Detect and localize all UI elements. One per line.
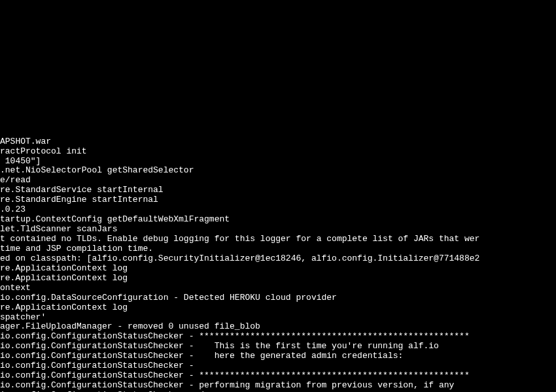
log-lines-container: APSHOT.warractProtocol init 10450"].net.…	[0, 137, 556, 392]
log-line: re.StandardEngine startInternal	[0, 195, 556, 205]
log-line: re.ApplicationContext log	[0, 274, 556, 284]
log-line: time and JSP compilation time.	[0, 244, 556, 254]
terminal-output: APSHOT.warractProtocol init 10450"].net.…	[0, 118, 556, 392]
log-line: io.config.ConfigurationStatusChecker - T…	[0, 342, 556, 351]
log-line: t contained no TLDs. Enable debug loggin…	[0, 235, 556, 244]
log-line: re.ApplicationContext log	[0, 303, 556, 313]
log-line: io.config.DataSourceConfiguration - Dete…	[0, 293, 556, 303]
log-line: io.config.ConfigurationStatusChecker - p…	[0, 381, 556, 391]
log-line: io.config.ConfigurationStatusChecker - h…	[0, 351, 556, 361]
log-line: e/read	[0, 176, 556, 186]
log-line: 10450"]	[0, 157, 556, 167]
log-line: spatcher'	[0, 313, 556, 323]
log-line: re.ApplicationContext log	[0, 264, 556, 274]
log-line: .net.NioSelectorPool getSharedSelector	[0, 166, 556, 176]
log-line: io.config.ConfigurationStatusChecker - *…	[0, 371, 556, 381]
log-line: io.config.ConfigurationStatusChecker -	[0, 361, 556, 371]
log-line: re.StandardService startInternal	[0, 186, 556, 195]
log-line: APSHOT.war	[0, 137, 556, 147]
log-line: ed on classpath: [alfio.config.SecurityI…	[0, 254, 556, 264]
log-line: io.config.ConfigurationStatusChecker - *…	[0, 332, 556, 342]
log-line: ager.FileUploadManager - removed 0 unuse…	[0, 322, 556, 332]
log-line: ractProtocol init	[0, 147, 556, 157]
log-line: let.TldScanner scanJars	[0, 225, 556, 235]
log-line: ontext	[0, 284, 556, 293]
log-line: tartup.ContextConfig getDefaultWebXmlFra…	[0, 215, 556, 225]
log-line: .0.23	[0, 205, 556, 215]
